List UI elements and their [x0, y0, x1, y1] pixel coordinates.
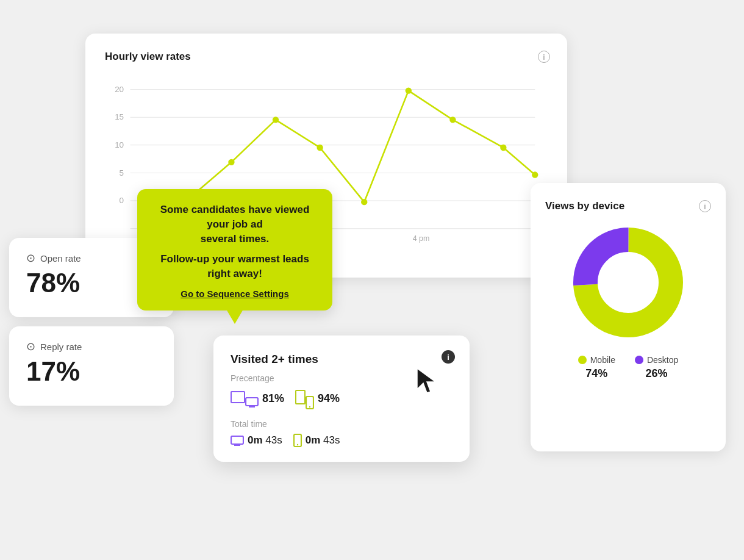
chart-title: Hourly view rates [105, 51, 548, 63]
tooltip-line3: Follow-up your warmest leads right away! [152, 252, 318, 281]
device-card-title: Views by device [545, 200, 711, 212]
svg-point-18 [406, 87, 412, 93]
svg-text:10: 10 [115, 140, 124, 149]
eye-icon: ⊙ [26, 251, 35, 265]
svg-marker-37 [417, 368, 435, 393]
svg-point-15 [273, 117, 279, 123]
svg-point-21 [532, 171, 538, 178]
desktop-icon [231, 390, 259, 407]
mobile-pct: 74% [585, 367, 607, 380]
device-info-icon[interactable]: i [699, 200, 711, 212]
total-time-label: Total time [231, 419, 452, 429]
goto-sequence-link[interactable]: Go to Sequence Settings [181, 289, 289, 299]
tooltip-callout: Some candidates have viewed your job ad … [137, 189, 332, 311]
reply-rate-label: ⊙ Reply rate [26, 340, 157, 353]
donut-chart [545, 224, 711, 340]
desktop-pct: 26% [646, 367, 668, 380]
svg-point-14 [228, 159, 234, 165]
mobile-dot [578, 356, 587, 364]
svg-point-30 [309, 406, 310, 407]
svg-text:0: 0 [120, 196, 124, 205]
visited-title: Visited 2+ times [231, 353, 452, 366]
chart-info-icon[interactable]: i [538, 51, 550, 63]
mobile-icon [295, 388, 314, 409]
desktop-dot [635, 356, 643, 364]
svg-text:20: 20 [115, 85, 124, 94]
desktop-pct-stat: 81% [231, 390, 284, 407]
svg-point-16 [317, 145, 323, 151]
svg-text:4 pm: 4 pm [413, 234, 430, 243]
mobile-pct-stat: 94% [295, 388, 340, 409]
svg-point-24 [599, 253, 657, 312]
visited-card: Visited 2+ times i Precentage 81% 94% To… [213, 336, 470, 462]
device-legend: Mobile 74% Desktop 26% [545, 355, 711, 380]
desktop-time-stat: 0m 43s [231, 434, 282, 447]
mobile-time-stat: 0m 43s [293, 434, 340, 447]
desktop-legend: Desktop 26% [635, 355, 678, 380]
svg-text:5: 5 [120, 168, 124, 178]
mobile-time-icon [293, 434, 302, 447]
svg-point-36 [297, 444, 298, 445]
reply-rate-value: 17% [26, 358, 157, 385]
tooltip-line1: Some candidates have viewed your job ad … [152, 203, 318, 246]
visited-info-icon[interactable]: i [442, 350, 455, 364]
svg-rect-25 [246, 398, 258, 406]
reply-rate-card: ⊙ Reply rate 17% [9, 326, 174, 406]
device-card: Views by device i Mobile 74% Desktop 26% [531, 183, 726, 451]
svg-point-19 [449, 117, 456, 123]
eye-icon-reply: ⊙ [26, 340, 35, 353]
svg-point-20 [500, 145, 506, 151]
svg-text:15: 15 [115, 112, 124, 121]
svg-point-17 [361, 199, 367, 205]
time-row: 0m 43s 0m 43s [231, 434, 452, 447]
mobile-legend: Mobile 74% [578, 355, 615, 380]
desktop-time-icon [231, 436, 244, 446]
svg-rect-31 [231, 436, 243, 444]
